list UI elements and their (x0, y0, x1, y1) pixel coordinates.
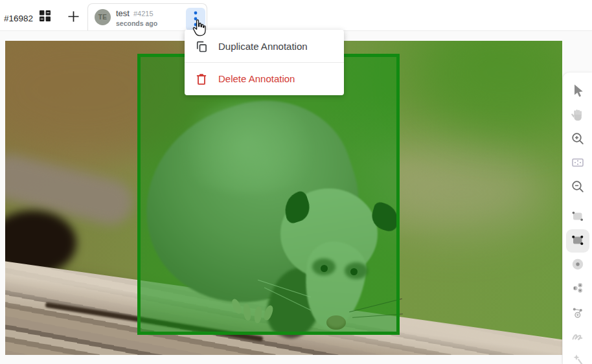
tool-polygon[interactable] (566, 301, 589, 324)
grid-view-button[interactable] (38, 10, 52, 24)
circle-tool-icon (570, 256, 586, 274)
copy-icon (195, 40, 208, 53)
top-bar: #16982 TE test#4215 seconds ago (0, 0, 592, 31)
tool-bounding-box[interactable] (566, 229, 589, 253)
tool-zoom-in[interactable] (566, 128, 589, 151)
tool-keypoints[interactable] (566, 277, 589, 301)
annotation-timestamp: seconds ago (116, 19, 157, 27)
hand-icon (570, 107, 586, 124)
bounding-box-icon (570, 233, 586, 250)
annotation-title: test#4215 (116, 8, 154, 18)
menu-divider (185, 62, 344, 63)
plus-icon (67, 10, 80, 25)
tool-select[interactable] (566, 80, 589, 103)
dots-cluster-icon (570, 280, 586, 298)
scribble-icon (570, 328, 586, 346)
annotation-card[interactable]: TE test#4215 seconds ago (87, 3, 207, 30)
annotation-bounding-box[interactable] (137, 54, 400, 335)
avatar: TE (95, 9, 111, 25)
trash-icon (195, 73, 208, 85)
tool-smart-box[interactable] (566, 205, 589, 229)
zoom-out-icon (570, 179, 586, 196)
tool-zoom-out[interactable] (566, 176, 589, 199)
annotation-label: test (116, 8, 130, 18)
tool-palette (563, 73, 592, 364)
annotation-menu-button[interactable] (186, 8, 205, 31)
box-corners-icon (570, 209, 586, 226)
cursor-arrow-icon (570, 83, 586, 100)
tool-smart-select[interactable] (566, 349, 589, 364)
add-annotation-button[interactable] (65, 10, 81, 25)
annotation-context-menu: Duplicate Annotation Delete Annotation (185, 30, 344, 95)
tool-freehand[interactable] (566, 325, 589, 348)
image-id-label: #16982 (4, 14, 33, 23)
fit-screen-icon (570, 155, 586, 172)
menu-item-label: Delete Annotation (218, 73, 295, 84)
menu-item-duplicate-annotation[interactable]: Duplicate Annotation (185, 32, 344, 60)
menu-item-label: Duplicate Annotation (218, 41, 308, 52)
annotation-app: #16982 TE test#4215 seconds ago (0, 0, 592, 364)
tool-pan[interactable] (566, 104, 589, 127)
annotation-id: #4215 (133, 10, 154, 17)
magic-wand-icon (570, 352, 586, 364)
tool-fit-to-screen[interactable] (566, 152, 589, 175)
polyline-plus-icon (570, 304, 586, 322)
menu-item-delete-annotation[interactable]: Delete Annotation (185, 65, 344, 93)
kebab-vertical-icon (193, 10, 198, 29)
tool-circle[interactable] (566, 253, 589, 277)
zoom-in-icon (570, 131, 586, 148)
background-blur-grass (420, 41, 562, 131)
grid-view-icon (39, 10, 51, 24)
